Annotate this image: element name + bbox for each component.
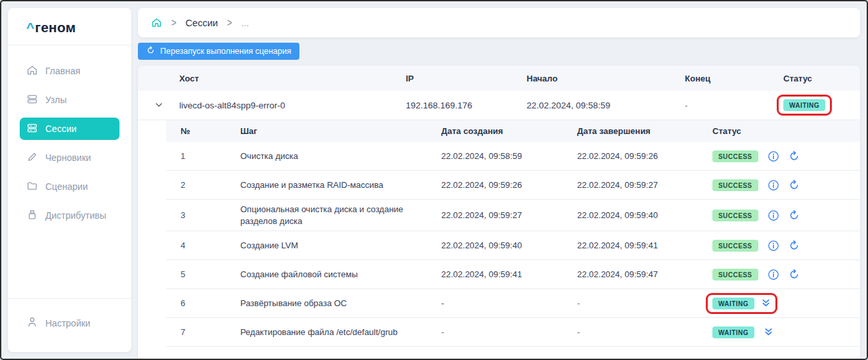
step-name: Редактирование файла /etc/default/grub xyxy=(240,326,441,338)
step-created: 22.02.2024, 09:59:26 xyxy=(441,180,577,190)
pencil-icon xyxy=(26,151,38,165)
retry-step-icon[interactable] xyxy=(789,179,800,191)
step-created: 22.02.2024, 09:59:41 xyxy=(441,269,577,279)
step-row: 6 Развёртывание образа ОС - - WAITING xyxy=(166,289,860,318)
step-finished: - xyxy=(577,298,712,308)
breadcrumb-home-icon[interactable] xyxy=(151,17,162,28)
chevron-right-icon: > xyxy=(171,16,177,29)
col-header-status: Статус xyxy=(712,126,860,136)
info-icon[interactable] xyxy=(768,269,779,281)
restart-button-label: Перезапуск выполнения сценария xyxy=(160,47,291,56)
status-badge: WAITING xyxy=(712,298,754,309)
col-header-num: № xyxy=(166,126,240,136)
step-row: 1 Очистка диска 22.02.2024, 09:58:59 22.… xyxy=(166,142,860,171)
step-num: 7 xyxy=(166,327,240,337)
step-finished: 22.02.2024, 09:59:40 xyxy=(577,210,712,220)
sidebar-item-label: Сценарии xyxy=(45,181,88,192)
sidebar-item-label: Дистрибутивы xyxy=(45,210,106,221)
status-badge: WAITING xyxy=(712,326,754,338)
info-icon[interactable] xyxy=(768,179,779,191)
sidebar-item-sessions[interactable]: Сессии xyxy=(20,118,119,140)
sidebar-item-settings[interactable]: Настройки xyxy=(26,316,119,330)
session-table-card: Хост IP Начало Конец Статус livecd-os-al… xyxy=(138,66,860,359)
logo: ^ геном xyxy=(8,8,131,45)
nodes-icon xyxy=(26,93,38,107)
session-start: 22.02.2024, 09:58:59 xyxy=(527,101,685,110)
restart-icon xyxy=(146,46,155,56)
status-badge: SUCCESS xyxy=(712,150,758,162)
sidebar-item-nodes[interactable]: Узлы xyxy=(20,89,119,111)
step-finished: 22.02.2024, 09:59:27 xyxy=(577,180,712,190)
breadcrumb: > Сессии > ... xyxy=(138,8,860,37)
step-num: 4 xyxy=(166,240,240,250)
step-row: 2 Создание и разметка RAID-массива 22.02… xyxy=(166,171,860,200)
step-name: Создание файловой системы xyxy=(240,269,441,281)
info-icon[interactable] xyxy=(768,150,779,162)
col-header-host: Хост xyxy=(179,74,406,83)
sidebar-item-scenarios[interactable]: Сценарии xyxy=(20,175,119,198)
step-created: 22.02.2024, 09:59:27 xyxy=(441,210,577,220)
step-name: Очистка диска xyxy=(240,150,441,162)
main-content: > Сессии > ... Перезапуск выполнения сце… xyxy=(138,8,860,359)
step-name: Опциональная очистка диска и создание ра… xyxy=(240,204,441,227)
breadcrumb-sessions-link[interactable]: Сессии xyxy=(186,18,218,28)
session-ip: 192.168.169.176 xyxy=(406,101,527,110)
step-name: Развёртывание образа ОС xyxy=(240,298,441,309)
highlight-box: WAITING xyxy=(777,95,832,116)
sidebar-item-label: Узлы xyxy=(45,95,67,105)
sidebar-item-main[interactable]: Главная xyxy=(20,60,119,82)
double-chevron-down-icon[interactable] xyxy=(764,327,773,337)
highlight-box: WAITING xyxy=(706,293,777,314)
step-row: 4 Создание LVM 22.02.2024, 09:59:40 22.0… xyxy=(166,231,860,260)
steps-table: № Шаг Дата создания Дата завершения Стат… xyxy=(166,120,860,347)
step-finished: 22.02.2024, 09:59:41 xyxy=(577,240,712,250)
step-created: 22.02.2024, 09:58:59 xyxy=(441,151,577,161)
retry-step-icon[interactable] xyxy=(789,240,800,251)
sidebar-item-label: Настройки xyxy=(45,318,91,328)
status-badge: SUCCESS xyxy=(712,269,758,281)
col-header-finished: Дата завершения xyxy=(577,126,712,136)
retry-step-icon[interactable] xyxy=(789,210,800,221)
col-header-step: Шаг xyxy=(240,126,441,136)
status-badge: WAITING xyxy=(783,99,825,111)
sidebar-item-label: Черновики xyxy=(45,152,91,163)
chevron-right-icon: > xyxy=(227,16,232,29)
app-window: ^ геном Главная Узлы Сессии Черновики xyxy=(0,0,868,360)
sidebar-item-drafts[interactable]: Черновики xyxy=(20,146,119,169)
info-icon[interactable] xyxy=(768,210,779,221)
col-header-status: Статус xyxy=(783,74,860,83)
sidebar-item-distributions[interactable]: Дистрибутивы xyxy=(20,204,119,227)
flash-drive-icon xyxy=(26,209,38,223)
sessions-icon xyxy=(26,122,38,136)
logo-text: геном xyxy=(35,20,76,35)
step-row: 3 Опциональная очистка диска и создание … xyxy=(166,200,860,231)
retry-step-icon[interactable] xyxy=(789,269,800,280)
col-header-start: Начало xyxy=(527,74,685,83)
info-icon[interactable] xyxy=(768,240,779,252)
status-badge: SUCCESS xyxy=(712,179,758,191)
collapse-chevron-icon[interactable] xyxy=(138,101,179,110)
double-chevron-down-icon[interactable] xyxy=(761,298,771,308)
session-table-header: Хост IP Начало Конец Статус xyxy=(138,66,860,91)
step-finished: - xyxy=(577,327,712,337)
retry-step-icon[interactable] xyxy=(789,150,800,162)
step-num: 6 xyxy=(166,298,240,308)
user-icon xyxy=(26,316,38,330)
step-created: - xyxy=(441,298,577,308)
step-name: Создание и разметка RAID-массива xyxy=(240,179,441,191)
status-badge: SUCCESS xyxy=(712,210,758,221)
col-header-ip: IP xyxy=(406,74,527,83)
sidebar-item-label: Главная xyxy=(45,66,80,76)
session-host: livecd-os-alt84spp9-error-0 xyxy=(179,101,406,110)
breadcrumb-current: ... xyxy=(241,18,249,28)
step-num: 2 xyxy=(166,180,240,190)
step-name: Создание LVM xyxy=(240,240,441,252)
step-num: 3 xyxy=(166,210,240,220)
step-finished: 22.02.2024, 09:59:47 xyxy=(577,269,712,279)
status-badge: SUCCESS xyxy=(712,240,758,252)
restart-scenario-button[interactable]: Перезапуск выполнения сценария xyxy=(138,43,299,60)
logo-caret-icon: ^ xyxy=(26,20,34,35)
session-row: livecd-os-alt84spp9-error-0 192.168.169.… xyxy=(138,91,860,120)
col-header-created: Дата создания xyxy=(441,126,577,136)
step-num: 5 xyxy=(166,269,240,279)
